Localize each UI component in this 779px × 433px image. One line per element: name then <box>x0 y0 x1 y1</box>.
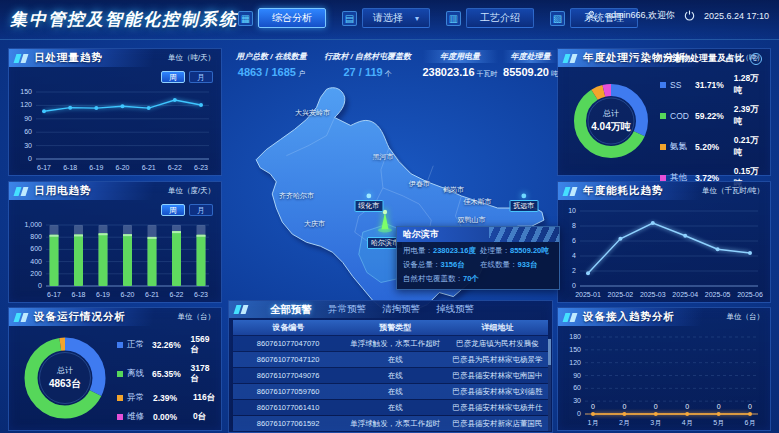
svg-text:180: 180 <box>569 333 581 340</box>
fuyuan-glow-dot[interactable] <box>521 194 526 199</box>
legend-swatch <box>117 342 123 348</box>
svg-text:30: 30 <box>24 142 32 149</box>
svg-text:60: 60 <box>24 128 32 135</box>
legend-pct: 5.20% <box>695 142 734 152</box>
nav-select[interactable]: 请选择▾ <box>362 8 430 28</box>
table-cell: 巴彦县德安村林家屯南国中 <box>447 371 548 381</box>
legend-name: 异常 <box>127 392 153 404</box>
legend-swatch <box>117 414 123 420</box>
help-icon[interactable]: ? <box>750 53 762 65</box>
city-label-大庆市[interactable]: 大庆市 <box>304 219 325 229</box>
stat-label: 年度用电量 <box>423 50 498 63</box>
city-label-伊春市[interactable]: 伊春市 <box>409 179 430 189</box>
svg-text:2025-06: 2025-06 <box>737 291 763 298</box>
nav-button-综合分析[interactable]: 综合分析 <box>258 8 326 28</box>
legend-swatch <box>117 371 123 377</box>
tab-全部预警[interactable]: 全部预警 <box>270 303 312 317</box>
svg-text:0: 0 <box>654 403 658 410</box>
donut-center-label: 总计4863台 <box>19 332 111 424</box>
toggle-月[interactable]: 月 <box>189 71 213 83</box>
legend-row: 氨氮5.20%0.21万吨 <box>660 135 766 159</box>
legend-subtitle-row: 污染物处理量及占比? <box>654 52 766 65</box>
svg-text:6: 6 <box>572 237 576 244</box>
table-header-row: 设备编号预警类型详细地址 <box>233 320 548 335</box>
donut-center-label: 总计4.04万吨 <box>568 78 654 164</box>
stat-item: 年度用电量238023.16千瓦时 <box>423 50 498 86</box>
table-cell: 巴彦县为民村林家屯杨景学 <box>447 355 548 365</box>
alert-tabs: 全部预警异常预警清掏预警掉线预警 <box>229 301 552 318</box>
table-row[interactable]: 860761077049076在线巴彦县德安村林家屯南国中 <box>233 368 548 383</box>
table-cell: 860761077059760 <box>233 387 343 396</box>
table-row[interactable]: 860761077061410在线巴彦县德安村林家屯杨井仕 <box>233 400 548 415</box>
city-label-佳木斯市[interactable]: 佳木斯市 <box>464 197 492 207</box>
city-label-绥化市[interactable]: 绥化市 <box>354 200 383 212</box>
panel-corner-icon <box>15 187 29 196</box>
tab-异常预警[interactable]: 异常预警 <box>328 303 366 316</box>
table-row[interactable]: 860761077059760在线巴彦县德安村林家屯刘德胜 <box>233 384 548 399</box>
city-label-大兴安岭市[interactable]: 大兴安岭市 <box>295 108 330 118</box>
legend-swatch <box>660 82 666 88</box>
legend-row: 异常2.39%116台 <box>117 392 217 404</box>
city-label-黑河市[interactable]: 黑河市 <box>372 152 393 162</box>
chevron-down-icon: ▾ <box>415 14 419 23</box>
donut-legend: 正常32.26%1569台离线65.35%3178台异常2.39%116台维修0… <box>117 334 217 423</box>
legend-row: COD59.22%2.39万吨 <box>660 104 766 128</box>
svg-text:6-20: 6-20 <box>115 164 129 171</box>
city-label-齐齐哈尔市[interactable]: 齐齐哈尔市 <box>279 191 314 201</box>
stat-value: 27 / 119个 <box>318 66 417 79</box>
city-label-抚远市[interactable]: 抚远市 <box>509 200 538 212</box>
user-welcome: admin666,欢迎你 <box>606 9 675 22</box>
legend-pct: 59.22% <box>695 111 734 121</box>
svg-text:4: 4 <box>572 252 576 259</box>
svg-text:90: 90 <box>573 372 581 379</box>
panel-corner-icon <box>15 54 29 63</box>
power-logout-icon[interactable] <box>684 10 695 21</box>
table-cell: 在线 <box>343 371 447 381</box>
table-cell: 在线 <box>343 387 447 397</box>
svg-text:2025-05: 2025-05 <box>705 291 731 298</box>
city-label-双鸭山市[interactable]: 双鸭山市 <box>457 215 485 225</box>
tab-清掏预警[interactable]: 清掏预警 <box>382 303 420 316</box>
svg-text:10: 10 <box>568 207 576 214</box>
panel-unit: 单位（台） <box>727 312 765 322</box>
nav-label: 综合分析 <box>272 12 312 23</box>
period-toggle: 周月 <box>161 71 213 83</box>
table-cell: 巴彦县德安村林家屯刘德胜 <box>447 387 548 397</box>
tooltip-body: 用电量：238023.16度处理量：85509.20吨设备总量：3156台在线数… <box>397 242 559 288</box>
panel-pollutant: 年度处理污染物分析单位（吨）总计4.04万吨污染物处理量及占比?SS31.71%… <box>557 48 771 176</box>
svg-text:2月: 2月 <box>619 419 630 427</box>
svg-text:90: 90 <box>24 115 32 122</box>
panel-title: 日处理量趋势 <box>34 51 103 65</box>
nav-button-工艺介绍[interactable]: 工艺介绍 <box>466 8 534 28</box>
stat-label: 年度处理量 <box>503 50 558 63</box>
legend-count: 0.21万吨 <box>734 135 766 159</box>
svg-text:6-20: 6-20 <box>120 291 134 298</box>
donut-chart: 总计4.04万吨 <box>568 78 654 164</box>
panel-device-access: 设备接入趋势分析单位（台）03060901201501801月2月3月4月5月6… <box>557 307 771 431</box>
svg-text:0: 0 <box>38 282 42 289</box>
svg-text:1,000: 1,000 <box>24 221 42 228</box>
svg-text:6-23: 6-23 <box>194 291 208 298</box>
stat-item: 行政村 / 自然村屯覆盖数27 / 119个 <box>318 50 417 86</box>
table-row[interactable]: 860761077047120在线巴彦县为民村林家屯杨景学 <box>233 352 548 367</box>
svg-text:400: 400 <box>30 258 42 265</box>
table-row[interactable]: 860761077047070单浮球触发，水泵工作超时巴彦龙庙镇为民村发腾俊 <box>233 336 548 351</box>
table-row[interactable]: 860761077061592单浮球触发，水泵工作超时巴彦县德安村新家店董国民 <box>233 416 548 431</box>
legend-name: 正常 <box>127 339 152 351</box>
tab-掉线预警[interactable]: 掉线预警 <box>436 303 474 316</box>
nav-label: 请选择 <box>373 11 403 25</box>
suihua-glow-dot[interactable] <box>366 194 371 199</box>
column-header: 预警类型 <box>343 322 447 333</box>
donut-chart: 总计4863台 <box>19 332 111 424</box>
stat-value: 4863 / 1685户 <box>230 66 313 79</box>
toggle-月[interactable]: 月 <box>189 204 213 216</box>
table-scrollbar[interactable] <box>548 339 551 431</box>
legend-swatch <box>117 395 123 401</box>
toggle-周[interactable]: 周 <box>161 71 185 83</box>
svg-text:60: 60 <box>573 384 581 391</box>
city-label-鹤岗市[interactable]: 鹤岗市 <box>443 185 464 195</box>
stat-item: 年度处理量85509.20吨 <box>503 50 558 86</box>
donut-legend: SS31.71%1.28万吨COD59.22%2.39万吨氨氮5.20%0.21… <box>660 73 766 190</box>
toggle-周[interactable]: 周 <box>161 204 185 216</box>
map-tooltip: 哈尔滨市 用电量：238023.16度处理量：85509.20吨设备总量：315… <box>396 226 560 290</box>
